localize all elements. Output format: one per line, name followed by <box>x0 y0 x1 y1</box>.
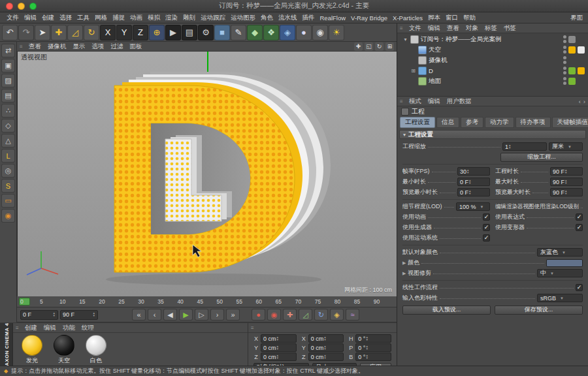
文件[interactable]: 文件 <box>4 14 22 22</box>
record-scale-button[interactable]: ◿ <box>299 309 312 321</box>
coord-system-icon[interactable]: ⊕ <box>149 25 165 40</box>
标签[interactable]: 标签 <box>482 24 500 33</box>
object-name[interactable]: 摄像机 <box>429 56 448 65</box>
捕捉[interactable]: 捕捉 <box>110 14 127 22</box>
object-row-d[interactable]: ⊞ D <box>397 65 588 76</box>
attribute-tab[interactable]: 参考 <box>461 117 483 128</box>
expander-icon[interactable]: ▾ <box>402 37 408 42</box>
move-tool-icon[interactable]: ✚ <box>51 25 67 40</box>
角色[interactable]: 角色 <box>258 14 276 22</box>
y-axis-lock-icon[interactable]: Y <box>116 25 132 40</box>
功能[interactable]: 功能 <box>59 324 78 332</box>
record-keyframe-button[interactable]: ● <box>252 309 265 321</box>
rotate-view-icon[interactable]: ↻ <box>375 42 384 51</box>
spin ner-icon[interactable] <box>323 336 326 341</box>
polygon-mode-icon[interactable]: △ <box>1 134 15 148</box>
coordinate-field[interactable]: 0 ° <box>355 352 391 361</box>
查看[interactable]: 查看 <box>25 42 44 51</box>
record-pla-button[interactable]: ≈ <box>346 309 359 321</box>
panel-grip-icon[interactable]: ≡ <box>16 325 19 331</box>
spin ner-icon[interactable] <box>276 354 279 360</box>
coordinate-field[interactable]: 0 cm <box>261 352 297 361</box>
edge-mode-icon[interactable]: ◇ <box>1 119 15 133</box>
sky-icon[interactable] <box>418 46 427 54</box>
undo-icon[interactable]: ↶ <box>2 25 18 40</box>
visibility-dots[interactable] <box>563 35 566 43</box>
spin ner-icon[interactable] <box>276 345 279 351</box>
view-clipping-dropdown[interactable]: 中 <box>537 269 583 277</box>
workplane-mode-icon[interactable]: ▤ <box>1 89 15 102</box>
play-button[interactable]: ▶ <box>179 309 193 321</box>
min-time-field[interactable]: 0 F <box>457 178 490 186</box>
max-time-field[interactable]: 90 F <box>550 178 583 186</box>
object-tag[interactable] <box>578 46 585 54</box>
attribute-tab[interactable]: 工程设置 <box>400 117 435 128</box>
运动跟踪[interactable]: 运动跟踪 <box>198 14 228 22</box>
pan-view-icon[interactable]: ✚ <box>354 42 363 51</box>
prev-frame-button[interactable]: ◀ <box>163 309 177 321</box>
expand-triangle-icon[interactable]: ▶ <box>402 260 408 266</box>
enable-axis-icon[interactable]: L <box>1 149 15 163</box>
add-primitive-icon[interactable]: ■ <box>214 25 230 40</box>
object-tag[interactable] <box>578 57 585 64</box>
object-tag[interactable] <box>578 67 585 74</box>
插件[interactable]: 插件 <box>300 14 318 22</box>
coordinate-field[interactable]: 0 cm <box>261 343 297 352</box>
history-forward-icon[interactable]: › <box>583 98 585 105</box>
add-deformer-icon[interactable]: ◈ <box>280 25 295 40</box>
autokey-button[interactable]: ◉ <box>267 309 281 321</box>
attribute-tab[interactable]: 动力学 <box>485 117 514 128</box>
camera-icon[interactable] <box>418 56 427 65</box>
visibility-dots[interactable] <box>563 46 566 54</box>
object-name[interactable]: 天空 <box>429 46 441 54</box>
模拟[interactable]: 模拟 <box>145 14 163 22</box>
prev-key-button[interactable]: ‹ <box>148 309 161 321</box>
expand-triangle-icon[interactable]: ▶ <box>402 271 408 276</box>
add-generator-icon[interactable]: ◆ <box>247 25 263 40</box>
default-color-dropdown[interactable]: 灰蓝色 <box>537 248 583 257</box>
流水线[interactable]: 流水线 <box>276 14 300 22</box>
linear-workflow-checkbox[interactable]: ✓ <box>576 284 583 291</box>
render-picture-viewer-icon[interactable]: ▤ <box>182 25 197 40</box>
查看[interactable]: 查看 <box>444 24 463 33</box>
extrude-object-icon[interactable] <box>418 67 427 75</box>
add-environment-icon[interactable]: ● <box>296 25 312 40</box>
zoom-view-icon[interactable]: ◱ <box>365 42 373 51</box>
帮助[interactable]: 帮助 <box>461 14 478 22</box>
scene-icon[interactable] <box>410 35 419 44</box>
lod-dropdown[interactable]: 100 % <box>456 202 490 211</box>
material-white[interactable]: 白色 <box>83 335 109 365</box>
minimize-window-icon[interactable] <box>18 3 25 10</box>
add-camera-icon[interactable]: ◉ <box>312 25 328 40</box>
coordinate-field[interactable]: 0 ° <box>355 334 391 343</box>
对象[interactable]: 对象 <box>463 24 482 33</box>
编辑[interactable]: 编辑 <box>425 24 444 33</box>
spinner-icon[interactable] <box>93 312 95 317</box>
object-row-floor[interactable]: 地面 <box>397 76 588 86</box>
X-Particles[interactable]: X-Particles <box>390 14 425 22</box>
close-window-icon[interactable] <box>6 3 13 10</box>
panel-grip-icon[interactable]: ≡ <box>400 25 403 31</box>
timeline-ruler[interactable]: 051015202530354045505560657075808590 <box>17 296 397 307</box>
enable-snap-icon[interactable]: S <box>1 179 15 193</box>
use-deformers-checkbox[interactable]: ✓ <box>576 224 583 231</box>
spin ner-icon[interactable] <box>365 345 368 351</box>
use-animation-checkbox[interactable]: ✓ <box>483 213 490 221</box>
viewport-solo-icon[interactable]: ◎ <box>1 164 15 178</box>
object-tag[interactable] <box>568 36 576 43</box>
project-scale-field[interactable]: 1 <box>502 142 547 151</box>
add-light-icon[interactable]: ☀ <box>329 25 344 40</box>
object-row-scene[interactable]: ▾ 订阅号：种梦——全局光案例 <box>397 34 588 44</box>
redo-icon[interactable]: ↷ <box>18 25 34 40</box>
visibility-dots[interactable] <box>563 56 566 64</box>
scale-tool-icon[interactable]: ◿ <box>67 25 83 40</box>
history-back-icon[interactable]: ‹ <box>579 98 581 105</box>
panel-grip-icon[interactable]: ≡ <box>251 325 254 331</box>
next-key-button[interactable]: › <box>210 309 224 321</box>
过滤[interactable]: 过滤 <box>107 42 126 51</box>
编辑[interactable]: 编辑 <box>22 14 39 22</box>
纹理[interactable]: 纹理 <box>78 324 97 332</box>
record-parameter-button[interactable]: ◈ <box>330 309 344 321</box>
use-motion-checkbox[interactable]: ✓ <box>483 234 490 242</box>
scale-project-button[interactable]: 缩放工程... <box>500 153 583 162</box>
